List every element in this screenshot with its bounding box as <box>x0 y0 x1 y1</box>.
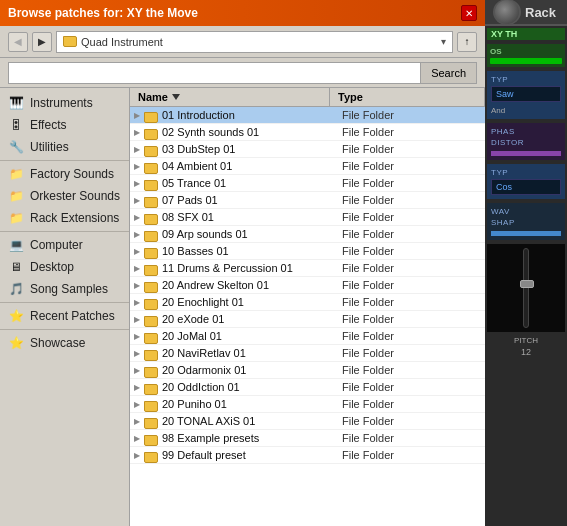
table-row[interactable]: ▶10 Basses 01File Folder <box>130 243 485 260</box>
sidebar-item-song-samples[interactable]: 🎵 Song Samples <box>0 278 129 300</box>
table-row[interactable]: ▶20 JoMal 01File Folder <box>130 328 485 345</box>
row-expand[interactable]: ▶ <box>130 451 144 460</box>
table-row[interactable]: ▶08 SFX 01File Folder <box>130 209 485 226</box>
row-file-type: File Folder <box>342 262 485 274</box>
sidebar-item-computer[interactable]: 💻 Computer <box>0 234 129 256</box>
row-folder-icon <box>144 382 158 393</box>
file-rows-container: ▶01 IntroductionFile Folder▶02 Synth sou… <box>130 107 485 464</box>
row-expand[interactable]: ▶ <box>130 145 144 154</box>
table-row[interactable]: ▶20 Enochlight 01File Folder <box>130 294 485 311</box>
rack-shap-label: SHAP <box>491 218 561 227</box>
rack-wav-bar <box>491 231 561 236</box>
rack-disp1[interactable]: Saw <box>491 86 561 102</box>
table-row[interactable]: ▶98 Example presetsFile Folder <box>130 430 485 447</box>
table-row[interactable]: ▶07 Pads 01File Folder <box>130 192 485 209</box>
table-row[interactable]: ▶20 eXode 01File Folder <box>130 311 485 328</box>
col-header-type[interactable]: Type <box>330 88 485 106</box>
table-row[interactable]: ▶02 Synth sounds 01File Folder <box>130 124 485 141</box>
table-row[interactable]: ▶99 Default presetFile Folder <box>130 447 485 464</box>
col-header-name[interactable]: Name <box>130 88 330 106</box>
sidebar-item-instruments[interactable]: 🎹 Instruments <box>0 92 129 114</box>
table-row[interactable]: ▶04 Ambient 01File Folder <box>130 158 485 175</box>
row-expand[interactable]: ▶ <box>130 417 144 426</box>
rack-slider-area <box>487 244 565 332</box>
row-expand[interactable]: ▶ <box>130 434 144 443</box>
row-file-type: File Folder <box>342 109 485 121</box>
row-expand[interactable]: ▶ <box>130 315 144 324</box>
row-file-type: File Folder <box>342 279 485 291</box>
row-file-type: File Folder <box>342 211 485 223</box>
up-button[interactable]: ↑ <box>457 32 477 52</box>
rack-and-label: And <box>491 106 561 115</box>
row-expand[interactable]: ▶ <box>130 298 144 307</box>
factory-sounds-icon: 📁 <box>8 166 24 182</box>
row-expand[interactable]: ▶ <box>130 264 144 273</box>
sidebar-item-recent-patches[interactable]: ⭐ Recent Patches <box>0 305 129 327</box>
table-row[interactable]: ▶20 NaviRetlav 01File Folder <box>130 345 485 362</box>
computer-icon: 💻 <box>8 237 24 253</box>
row-file-name: 20 OddIction 01 <box>162 381 342 393</box>
rack-slider-track[interactable] <box>523 248 529 328</box>
row-expand[interactable]: ▶ <box>130 179 144 188</box>
row-file-type: File Folder <box>342 364 485 376</box>
row-expand[interactable]: ▶ <box>130 281 144 290</box>
row-expand[interactable]: ▶ <box>130 128 144 137</box>
sidebar-label-factory-sounds: Factory Sounds <box>30 167 114 181</box>
instruments-icon: 🎹 <box>8 95 24 111</box>
row-expand[interactable]: ▶ <box>130 332 144 341</box>
sidebar-item-orkester-sounds[interactable]: 📁 Orkester Sounds <box>0 185 129 207</box>
row-expand[interactable]: ▶ <box>130 349 144 358</box>
rack-slider-thumb[interactable] <box>520 280 534 288</box>
row-folder-icon <box>144 433 158 444</box>
table-row[interactable]: ▶20 Odarmonix 01File Folder <box>130 362 485 379</box>
sidebar-item-desktop[interactable]: 🖥 Desktop <box>0 256 129 278</box>
search-button[interactable]: Search <box>421 62 477 84</box>
table-row[interactable]: ▶03 DubStep 01File Folder <box>130 141 485 158</box>
row-folder-icon <box>144 144 158 155</box>
row-expand[interactable]: ▶ <box>130 230 144 239</box>
folder-icon <box>63 36 77 47</box>
rack-type1-label: TYP <box>491 75 561 84</box>
row-folder-icon <box>144 178 158 189</box>
sidebar-item-rack-extensions[interactable]: 📁 Rack Extensions <box>0 207 129 229</box>
row-expand[interactable]: ▶ <box>130 162 144 171</box>
row-expand[interactable]: ▶ <box>130 111 144 120</box>
search-input[interactable] <box>9 67 420 79</box>
table-row[interactable]: ▶20 Puniho 01File Folder <box>130 396 485 413</box>
location-text: Quad Instrument <box>81 36 163 48</box>
sidebar-item-factory-sounds[interactable]: 📁 Factory Sounds <box>0 163 129 185</box>
row-file-name: 20 Odarmonix 01 <box>162 364 342 376</box>
row-file-type: File Folder <box>342 296 485 308</box>
row-file-name: 08 SFX 01 <box>162 211 342 223</box>
forward-button[interactable]: ▶ <box>32 32 52 52</box>
row-file-type: File Folder <box>342 415 485 427</box>
row-expand[interactable]: ▶ <box>130 213 144 222</box>
rack-os-bar <box>490 58 562 64</box>
row-expand[interactable]: ▶ <box>130 400 144 409</box>
table-row[interactable]: ▶05 Trance 01File Folder <box>130 175 485 192</box>
table-row[interactable]: ▶20 OddIction 01File Folder <box>130 379 485 396</box>
sidebar-divider-1 <box>0 160 129 161</box>
table-row[interactable]: ▶01 IntroductionFile Folder <box>130 107 485 124</box>
table-row[interactable]: ▶11 Drums & Percussion 01File Folder <box>130 260 485 277</box>
rack-disp2[interactable]: Cos <box>491 179 561 195</box>
table-row[interactable]: ▶20 Andrew Skelton 01File Folder <box>130 277 485 294</box>
sidebar-item-showcase[interactable]: ⭐ Showcase <box>0 332 129 354</box>
sidebar-item-utilities[interactable]: 🔧 Utilities <box>0 136 129 158</box>
table-row[interactable]: ▶20 TONAL AXiS 01File Folder <box>130 413 485 430</box>
sidebar-divider-3 <box>0 302 129 303</box>
sidebar-label-utilities: Utilities <box>30 140 69 154</box>
back-button[interactable]: ◀ <box>8 32 28 52</box>
row-expand[interactable]: ▶ <box>130 196 144 205</box>
row-file-name: 20 JoMal 01 <box>162 330 342 342</box>
row-expand[interactable]: ▶ <box>130 383 144 392</box>
row-expand[interactable]: ▶ <box>130 247 144 256</box>
row-folder-icon <box>144 212 158 223</box>
rack-distor-label: DISTOR <box>491 138 561 147</box>
close-button[interactable]: ✕ <box>461 5 477 21</box>
sidebar-item-effects[interactable]: 🎛 Effects <box>0 114 129 136</box>
file-list: Name Type ▶01 IntroductionFile Folder▶02… <box>130 88 485 526</box>
location-dropdown[interactable]: ▾ <box>441 36 446 47</box>
row-expand[interactable]: ▶ <box>130 366 144 375</box>
table-row[interactable]: ▶09 Arp sounds 01File Folder <box>130 226 485 243</box>
